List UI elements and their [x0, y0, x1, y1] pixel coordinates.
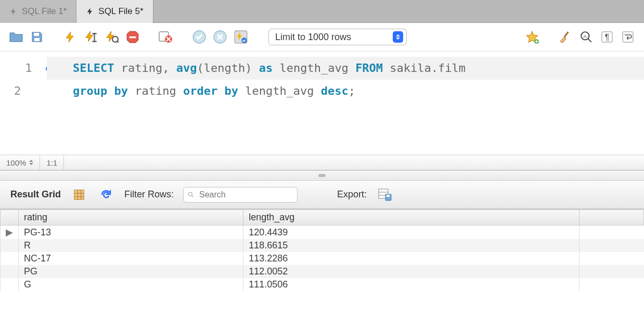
execute-current-button[interactable] — [82, 28, 100, 46]
cell-rating[interactable]: PG — [19, 265, 243, 278]
stepper-icon — [29, 160, 33, 165]
cell-length-avg[interactable]: 113.2286 — [243, 252, 579, 265]
editor-code[interactable]: SELECT rating, avg(length) as length_avg… — [47, 52, 644, 155]
row-pointer: ▶ — [1, 225, 19, 240]
row-pointer — [1, 239, 19, 252]
cell-rating[interactable]: NC-17 — [19, 252, 243, 265]
refresh-button[interactable] — [232, 28, 250, 46]
result-grid: rating length_avg ▶PG-13120.4439R118.661… — [0, 209, 644, 291]
table-row[interactable]: PG112.0052 — [1, 265, 644, 278]
open-file-button[interactable] — [7, 28, 25, 46]
txt: length_avg — [273, 61, 355, 74]
cell-rating[interactable]: PG-13 — [19, 225, 243, 240]
zoom-level[interactable]: 100% — [0, 155, 40, 170]
find-button[interactable]: A — [577, 28, 595, 46]
svg-line-31 — [191, 195, 194, 197]
broom-icon — [559, 30, 572, 44]
table-row[interactable]: ▶PG-13120.4439 — [1, 225, 644, 240]
wrap-button[interactable] — [619, 28, 637, 46]
svg-line-6 — [117, 41, 119, 43]
tab-sql-file-5[interactable]: SQL File 5* — [76, 0, 153, 23]
refresh-result-button[interactable] — [97, 186, 115, 204]
export-button[interactable] — [376, 186, 394, 204]
lightning-check-icon — [234, 30, 248, 44]
cell-rating[interactable]: R — [19, 239, 243, 252]
x-circle-icon — [213, 30, 227, 44]
grid-view-button[interactable] — [70, 186, 88, 204]
check-circle-icon — [192, 30, 206, 44]
svg-text:A: A — [584, 33, 587, 39]
lightning-cursor-icon — [84, 30, 98, 44]
txt: length_avg — [238, 84, 321, 97]
commit-button[interactable] — [190, 28, 208, 46]
row-limit-label: Limit to 1000 rows — [275, 32, 351, 43]
lightning-icon — [9, 7, 18, 16]
beautify-button[interactable] — [557, 28, 574, 46]
save-file-button[interactable] — [28, 28, 46, 46]
table-row[interactable]: NC-17113.2286 — [1, 252, 644, 265]
result-table[interactable]: rating length_avg ▶PG-13120.4439R118.661… — [0, 209, 644, 291]
cursor-pos: 1:1 — [40, 155, 64, 170]
svg-text:¶: ¶ — [605, 33, 610, 42]
txt: ; — [349, 84, 355, 97]
folder-icon — [9, 31, 23, 43]
txt: (length) — [197, 61, 259, 74]
svg-rect-4 — [92, 41, 97, 42]
svg-rect-36 — [387, 195, 390, 197]
lightning-icon — [86, 7, 94, 16]
wrap-icon — [622, 30, 634, 44]
zoom-label: 100% — [6, 158, 26, 167]
txt: rating — [128, 84, 183, 97]
explain-button[interactable] — [103, 28, 121, 46]
fn-avg: avg — [176, 61, 197, 74]
col-header-length-avg[interactable]: length_avg — [243, 210, 579, 225]
result-toolbar: Result Grid Filter Rows: Export: — [0, 181, 644, 209]
kw-group-by: group by — [73, 84, 128, 97]
cell-length-avg[interactable]: 111.0506 — [243, 278, 579, 291]
txt: sakila.film — [383, 61, 466, 74]
export-icon — [378, 189, 392, 201]
col-header-rating[interactable]: rating — [19, 210, 243, 225]
save-icon — [31, 31, 43, 43]
row-pointer — [1, 265, 19, 278]
pane-splitter[interactable] — [0, 170, 644, 181]
toggle-autocommit-button[interactable] — [157, 28, 175, 46]
tab-sql-file-1[interactable]: SQL File 1* — [0, 0, 76, 23]
filter-input[interactable] — [183, 187, 298, 203]
execute-button[interactable] — [61, 28, 79, 46]
sql-editor[interactable]: 1 2 SELECT rating, avg(length) as length… — [0, 52, 644, 155]
svg-line-18 — [564, 32, 569, 37]
svg-rect-8 — [130, 36, 136, 38]
cell-length-avg[interactable]: 118.6615 — [243, 239, 579, 252]
toggle-invisible-button[interactable]: ¶ — [598, 28, 616, 46]
kw-from: FROM — [355, 61, 383, 74]
rollback-button[interactable] — [211, 28, 229, 46]
pilcrow-icon: ¶ — [601, 30, 613, 44]
svg-rect-2 — [94, 33, 95, 42]
cell-rating[interactable]: G — [19, 278, 243, 291]
txt: rating, — [114, 61, 176, 74]
tab-label: SQL File 5* — [98, 6, 143, 17]
sql-toolbar: Limit to 1000 rows A ¶ — [0, 23, 644, 52]
filter-input-wrap — [183, 187, 298, 203]
table-row[interactable]: R118.6615 — [1, 239, 644, 252]
editor-status-bar: 100% 1:1 — [0, 155, 644, 170]
star-icon — [525, 30, 539, 44]
svg-rect-1 — [34, 38, 40, 41]
kw-select: SELECT — [73, 61, 114, 74]
cell-length-avg[interactable]: 112.0052 — [243, 265, 579, 278]
table-row[interactable]: G111.0506 — [1, 278, 644, 291]
filter-rows-label: Filter Rows: — [124, 189, 174, 200]
row-limit-select[interactable]: Limit to 1000 rows — [268, 29, 407, 45]
kw-order-by: order by — [183, 84, 238, 97]
lightning-magnify-icon — [105, 30, 119, 44]
stop-button[interactable] — [124, 28, 141, 46]
db-stop-icon — [159, 30, 173, 44]
result-grid-label: Result Grid — [10, 189, 61, 200]
magnify-icon: A — [579, 30, 593, 44]
favorite-button[interactable] — [523, 28, 541, 46]
cell-length-avg[interactable]: 120.4439 — [243, 225, 579, 240]
tab-label: SQL File 1* — [22, 6, 67, 17]
refresh-icon — [100, 189, 112, 201]
svg-rect-3 — [92, 33, 97, 34]
